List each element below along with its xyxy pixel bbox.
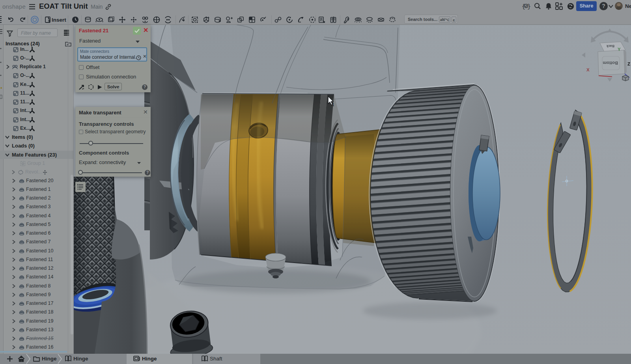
- svg-text:X: X: [586, 67, 590, 72]
- svg-text:Y: Y: [618, 47, 621, 52]
- svg-text:1: 1: [332, 103, 334, 107]
- svg-text:Z: Z: [627, 62, 630, 66]
- svg-text:Back: Back: [606, 44, 614, 48]
- svg-text:Bottom: Bottom: [603, 61, 618, 65]
